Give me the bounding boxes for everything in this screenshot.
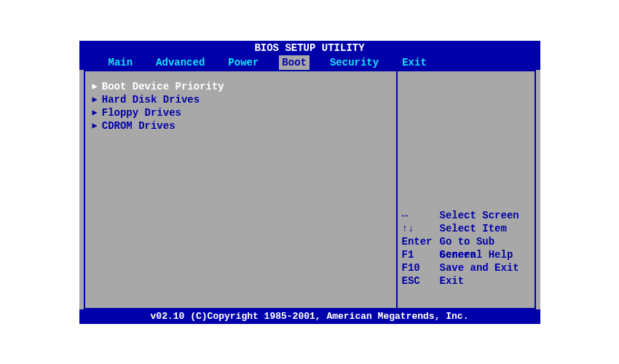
help-desc: Select Screen	[440, 209, 530, 222]
help-row-select-item: ↑↓ Select Item	[402, 222, 530, 235]
content-area: ▶ Boot Device Priority ▶ Hard Disk Drive…	[84, 70, 536, 309]
tab-bar: Main Advanced Power Boot Security Exit	[79, 55, 540, 70]
pointer-icon: ▶	[92, 120, 98, 131]
menu-item-label: CDROM Drives	[102, 120, 176, 132]
menu-item-label: Hard Disk Drives	[102, 94, 200, 106]
help-key: F10	[402, 261, 440, 274]
help-key: F1	[402, 248, 440, 261]
help-row-select-screen: ↔ Select Screen	[402, 209, 530, 222]
help-desc: General Help	[440, 248, 530, 261]
title-bar: BIOS SETUP UTILITY	[79, 41, 540, 55]
menu-panel: ▶ Boot Device Priority ▶ Hard Disk Drive…	[84, 71, 398, 308]
help-desc: Save and Exit	[440, 261, 530, 274]
tab-power[interactable]: Power	[216, 55, 270, 70]
help-row-general-help: F1 General Help	[402, 248, 530, 261]
help-key: ↔	[402, 209, 440, 222]
menu-cdrom-drives[interactable]: ▶ CDROM Drives	[90, 119, 392, 132]
footer-bar: v02.10 (C)Copyright 1985-2001, American …	[79, 309, 540, 324]
help-row-save-exit: F10 Save and Exit	[402, 261, 530, 274]
menu-item-label: Floppy Drives	[102, 107, 181, 119]
menu-boot-device-priority[interactable]: ▶ Boot Device Priority	[90, 80, 392, 93]
bios-setup-window: BIOS SETUP UTILITY Main Advanced Power B…	[79, 41, 540, 324]
help-desc: Go to Sub Screen	[440, 235, 530, 248]
help-desc: Exit	[440, 274, 530, 288]
pointer-icon: ▶	[92, 107, 98, 118]
tab-advanced[interactable]: Advanced	[144, 55, 216, 70]
tab-security[interactable]: Security	[318, 55, 390, 70]
help-row-exit: ESC Exit	[402, 274, 530, 288]
help-key: Enter	[402, 235, 440, 248]
help-panel: ↔ Select Screen ↑↓ Select Item Enter Go …	[398, 71, 536, 308]
menu-item-label: Boot Device Priority	[102, 81, 224, 92]
help-key: ↑↓	[402, 222, 440, 235]
menu-hard-disk-drives[interactable]: ▶ Hard Disk Drives	[90, 93, 392, 106]
copyright-text: v02.10 (C)Copyright 1985-2001, American …	[151, 311, 469, 322]
menu-floppy-drives[interactable]: ▶ Floppy Drives	[90, 106, 392, 119]
help-key: ESC	[402, 274, 440, 288]
help-row-sub-screen: Enter Go to Sub Screen	[402, 235, 530, 248]
pointer-icon: ▶	[92, 94, 98, 105]
tab-boot[interactable]: Boot	[279, 55, 310, 70]
help-desc: Select Item	[440, 222, 530, 235]
tab-main[interactable]: Main	[97, 55, 145, 70]
app-title: BIOS SETUP UTILITY	[254, 42, 364, 54]
tab-exit[interactable]: Exit	[390, 55, 438, 70]
pointer-icon: ▶	[92, 81, 98, 92]
